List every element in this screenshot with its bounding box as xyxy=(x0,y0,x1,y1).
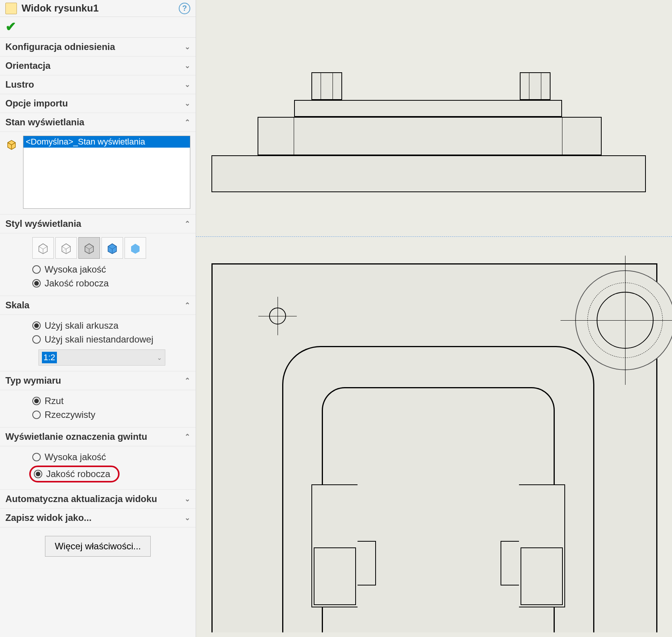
help-icon[interactable]: ? xyxy=(179,3,190,14)
more-properties-button[interactable]: Więcej właściwości... xyxy=(45,536,150,557)
svg-marker-11 xyxy=(131,244,140,254)
style-hidden-removed-button[interactable] xyxy=(78,237,100,259)
scale-body: Użyj skali arkusza Użyj skali niestandar… xyxy=(0,315,196,371)
radio-projected[interactable]: Rzut xyxy=(5,394,190,408)
radio-use-custom-scale[interactable]: Użyj skali niestandardowej xyxy=(5,333,190,346)
radio-draft-quality[interactable]: Jakość robocza xyxy=(5,276,190,290)
chevron-up-icon: ⌃ xyxy=(185,220,190,228)
radio-icon xyxy=(32,321,41,330)
highlight-ring: Jakość robocza xyxy=(29,466,120,482)
chevron-down-icon: ⌄ xyxy=(185,62,190,70)
chevron-down-icon: ⌄ xyxy=(185,43,190,51)
tab-left xyxy=(311,484,358,607)
section-dimension-type[interactable]: Typ wymiaru ⌃ xyxy=(0,371,196,390)
bolt-left xyxy=(311,72,342,100)
centerline-v xyxy=(278,297,278,335)
radio-thread-high[interactable]: Wysoka jakość xyxy=(5,450,190,464)
property-panel: Widok rysunku1 ? ✔ Konfiguracja odniesie… xyxy=(0,0,196,637)
top-block xyxy=(294,100,562,117)
tab-right xyxy=(519,484,565,607)
dimension-type-body: Rzut Rzeczywisty xyxy=(0,390,196,427)
radio-thread-draft[interactable]: Jakość robocza xyxy=(5,464,190,484)
section-import-options[interactable]: Opcje importu ⌄ xyxy=(0,94,196,113)
display-state-cube-icon xyxy=(5,138,18,150)
centerline-v xyxy=(625,256,625,385)
chevron-down-icon: ⌄ xyxy=(185,495,190,503)
display-state-listbox[interactable]: <Domyślna>_Stan wyświetlania xyxy=(23,136,190,209)
section-auto-update[interactable]: Automatyczna aktualizacja widoku ⌄ xyxy=(0,490,196,509)
bump xyxy=(358,541,376,585)
drawing-canvas[interactable] xyxy=(196,0,672,637)
confirm-checkmark-icon[interactable]: ✔ xyxy=(5,20,16,33)
action-row: ✔ xyxy=(0,17,196,38)
bump xyxy=(501,541,519,585)
section-display-style[interactable]: Styl wyświetlania ⌃ xyxy=(0,215,196,233)
chevron-up-icon: ⌃ xyxy=(185,118,190,126)
chevron-down-icon: ⌄ xyxy=(185,514,190,522)
chevron-up-icon: ⌃ xyxy=(185,376,190,385)
display-state-item[interactable]: <Domyślna>_Stan wyświetlania xyxy=(23,136,190,148)
radio-icon xyxy=(34,470,42,478)
boss-top-right xyxy=(575,270,672,370)
chevron-up-icon: ⌃ xyxy=(185,301,190,309)
drawing-view-icon xyxy=(5,3,17,14)
radio-icon xyxy=(32,397,41,405)
chevron-down-icon: ⌄ xyxy=(185,99,190,108)
section-save-as[interactable]: Zapisz widok jako... ⌄ xyxy=(0,509,196,527)
radio-true[interactable]: Rzeczywisty xyxy=(5,408,190,422)
section-mirror[interactable]: Lustro ⌄ xyxy=(0,75,196,94)
hole-top-left xyxy=(269,308,286,324)
mid-block xyxy=(258,117,602,155)
drawing-view-top[interactable] xyxy=(211,77,646,192)
inner-edge xyxy=(314,547,356,605)
inner-edge xyxy=(521,547,563,605)
section-scale[interactable]: Skala ⌃ xyxy=(0,296,196,315)
style-shaded-edges-button[interactable] xyxy=(101,237,123,259)
scale-value: 1:2 xyxy=(42,352,57,363)
bolt-right xyxy=(520,72,551,100)
chevron-down-icon: ⌄ xyxy=(185,80,190,89)
radio-icon xyxy=(32,411,41,419)
edge-line xyxy=(562,118,562,155)
section-orientation[interactable]: Orientacja ⌄ xyxy=(0,57,196,75)
panel-title: Widok rysunku1 xyxy=(22,2,174,14)
centerline-h xyxy=(561,320,672,321)
panel-header: Widok rysunku1 ? xyxy=(0,0,196,17)
chevron-down-icon: ⌄ xyxy=(157,354,162,361)
slot-inner xyxy=(322,387,555,632)
section-thread-display[interactable]: Wyświetlanie oznaczenia gwintu ⌃ xyxy=(0,427,196,446)
radio-icon xyxy=(32,265,41,274)
display-style-body: Wysoka jakość Jakość robocza xyxy=(0,233,196,296)
thread-display-body: Wysoka jakość Jakość robocza xyxy=(0,446,196,490)
radio-icon xyxy=(32,335,41,344)
drawing-view-bottom[interactable] xyxy=(211,263,657,632)
slot-outer xyxy=(282,346,594,632)
style-hidden-visible-button[interactable] xyxy=(55,237,77,259)
edge-line xyxy=(294,118,294,155)
section-display-state[interactable]: Stan wyświetlania ⌃ xyxy=(0,113,196,132)
radio-high-quality[interactable]: Wysoka jakość xyxy=(5,263,190,276)
chevron-up-icon: ⌃ xyxy=(185,432,190,441)
display-state-body: <Domyślna>_Stan wyświetlania xyxy=(0,132,196,215)
section-reference-config[interactable]: Konfiguracja odniesienia ⌄ xyxy=(0,38,196,57)
style-wireframe-button[interactable] xyxy=(32,237,54,259)
radio-icon xyxy=(32,279,41,288)
display-style-buttons xyxy=(32,237,190,259)
scale-combobox[interactable]: 1:2 ⌄ xyxy=(38,349,165,366)
radio-icon xyxy=(32,453,41,461)
base-plate xyxy=(211,155,646,192)
style-shaded-button[interactable] xyxy=(125,237,146,259)
radio-use-sheet-scale[interactable]: Użyj skali arkusza xyxy=(5,319,190,333)
projection-line xyxy=(196,236,672,237)
